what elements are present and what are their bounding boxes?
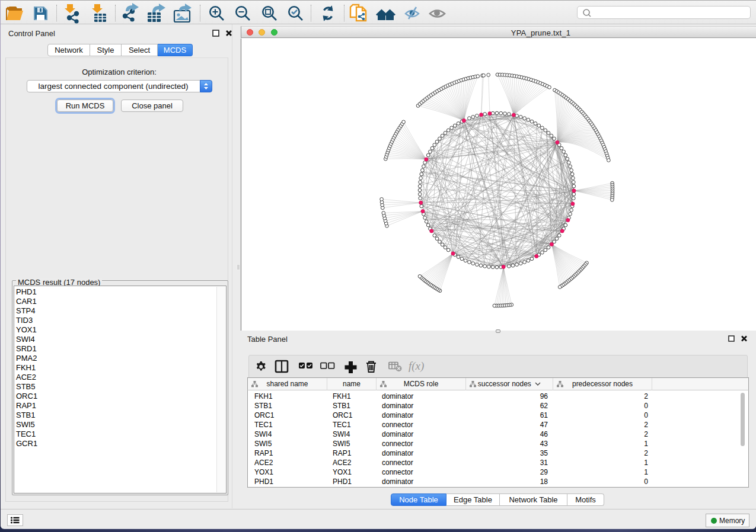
svg-text:f(x): f(x): [409, 360, 424, 373]
